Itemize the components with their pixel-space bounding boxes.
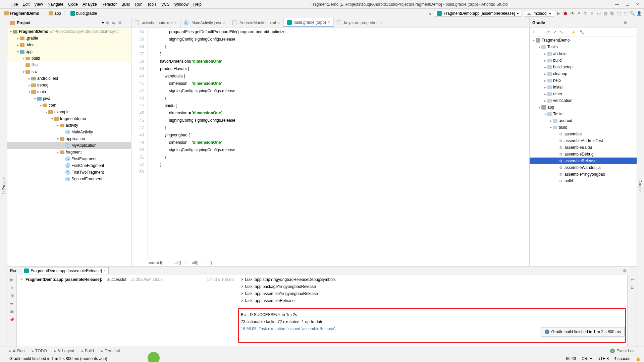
gradle-tree-row[interactable]: ▸cleanup [530, 70, 637, 77]
rerun-icon[interactable]: ▶ [10, 277, 13, 282]
stop-icon[interactable]: ■ [11, 285, 13, 290]
gradle-tree-row[interactable]: ▾Tasks [530, 44, 637, 50]
tree-row[interactable]: CMainActivity [7, 129, 131, 135]
gradle-tree-row[interactable]: ⚙assembleYingyongbao [530, 171, 637, 178]
menu-file[interactable]: File [9, 1, 20, 8]
scroll-icon[interactable]: ⇊ [631, 285, 634, 290]
tree-row[interactable]: libs [7, 62, 131, 68]
gradle-tree-row[interactable]: ▾Tasks [530, 111, 637, 117]
tree-row[interactable]: CFirstTwoFragment [7, 169, 131, 176]
status-item[interactable]: CRLF [582, 356, 592, 361]
editor-breadcrumb-item[interactable]: all{} [174, 260, 181, 265]
menu-navigate[interactable]: Navigate [46, 1, 65, 8]
editor-body[interactable]: 3435363738394041424344454647484950515253… [131, 27, 529, 259]
menu-analyze[interactable]: Analyze [80, 1, 99, 8]
layout-inspector-button[interactable]: ⬚ [616, 11, 621, 16]
menu-view[interactable]: View [32, 1, 45, 8]
wrench-icon[interactable]: 🔧 [579, 30, 584, 35]
bottom-tab[interactable]: ▸ Terminal [101, 349, 120, 353]
tree-row[interactable]: ▾java [7, 95, 131, 102]
bottom-tab[interactable]: ▸ TODO [32, 349, 47, 353]
gradle-tree-row[interactable]: ⚙assemble [530, 131, 637, 137]
locate-icon[interactable]: ⊕ [106, 20, 109, 25]
tree-row[interactable]: CFirstOneFragment [7, 162, 131, 169]
hide-icon[interactable]: — [124, 20, 128, 25]
event-log-tab[interactable]: Event Log [616, 349, 635, 353]
maximize-icon[interactable]: ☐ [626, 2, 629, 7]
gradle-tree-row[interactable]: ▸build [530, 57, 637, 64]
code-area[interactable]: proguardFiles getDefaultProguardFile('pr… [152, 27, 529, 259]
print-icon[interactable]: 🖶 [10, 309, 14, 314]
profile-button[interactable]: ◔ [570, 11, 574, 16]
tree-row[interactable]: ▾src [7, 68, 131, 75]
hide-icon[interactable]: — [630, 268, 634, 273]
gradle-tree-row[interactable]: ⚙assembleAndroidTest [530, 137, 637, 144]
tree-row[interactable]: ▾app [7, 48, 131, 55]
user-account[interactable]: ☁ imxiaoqi ▾ [524, 10, 554, 17]
tree-row[interactable]: ▾main [7, 88, 131, 95]
filter-icon[interactable]: ◎ [10, 293, 14, 298]
debug-button[interactable]: 🐞 [563, 11, 568, 16]
gradle-tree-row[interactable]: ⚙assembleWandoujia [530, 164, 637, 171]
editor-breadcrumb-item[interactable]: all{} [192, 260, 199, 265]
tree-row[interactable]: ▸debug [7, 82, 131, 88]
gradle-tree-row[interactable]: ▸android [530, 117, 637, 124]
breadcrumb-item[interactable]: build.gradle [69, 10, 98, 16]
gradle-tree[interactable]: ▾FragmentDemo▾Tasks▸android▸build▸build … [530, 37, 637, 266]
offline-icon[interactable]: ⚡ [571, 30, 576, 35]
status-item[interactable]: UTF-8 [597, 356, 609, 361]
gutter-tab[interactable]: Gradle [637, 178, 643, 194]
refresh-icon[interactable]: ⟳ [546, 30, 550, 35]
tree-row[interactable]: ▾example [7, 109, 131, 115]
gear-icon[interactable]: ⚙ [118, 20, 122, 25]
editor-tab[interactable]: CMainActivity.java× [180, 18, 229, 27]
gradle-tree-row[interactable]: ⚙assembleRelease [530, 158, 637, 164]
gradle-tree-row[interactable]: ⚙assembleDebug [530, 151, 637, 158]
close-icon[interactable]: ✕ [636, 2, 639, 7]
editor-tab[interactable]: AndroidManifest.xml× [229, 18, 284, 27]
gradle-tree-row[interactable]: ▸install [530, 84, 637, 90]
collapse-icon[interactable]: ⇆ [112, 20, 115, 25]
gradle-tree-row[interactable]: ▾app [530, 104, 637, 111]
sdk-button[interactable]: ▥ [603, 11, 608, 16]
menu-refactor[interactable]: Refactor [100, 1, 119, 8]
editor-tab[interactable]: build.gradle (:app)× [284, 18, 334, 27]
lock-icon[interactable]: 🔒 [636, 356, 641, 361]
add-icon[interactable]: ＋ [532, 29, 536, 35]
close-icon[interactable]: × [103, 268, 106, 273]
tree-root[interactable]: ▾FragmentDemo E:\Projects\zouqi\AndroidS… [7, 28, 131, 35]
tree-row[interactable]: CFirstFragment [7, 156, 131, 162]
run-button[interactable]: ▶ [556, 11, 561, 16]
stop-button[interactable]: ■ [590, 11, 594, 16]
gradle-tree-row[interactable]: ▸android [530, 50, 637, 57]
menu-run[interactable]: Run [133, 1, 145, 8]
bottom-tab[interactable]: ▸ Build [82, 349, 94, 353]
tree-row[interactable]: CMyApplication [7, 142, 131, 149]
hammer-icon[interactable]: ↘ [427, 11, 432, 16]
editor-breadcrumb-item[interactable]: {} [209, 260, 212, 265]
editor-breadcrumb-item[interactable]: android{} [148, 260, 164, 265]
bottom-tab[interactable]: ▸ 4: Run [9, 349, 24, 353]
tree-row[interactable]: ▸.gradle [7, 35, 131, 42]
editor-tab[interactable]: activity_main.xml× [131, 18, 180, 27]
build-notification[interactable]: i Gradle build finished in 1 m 2 s 800 m… [541, 327, 625, 337]
minimize-icon[interactable]: — [615, 2, 619, 7]
tree-row[interactable]: ▾application [7, 135, 131, 142]
expand-icon[interactable]: ⤢ [553, 30, 556, 35]
gradle-tree-row[interactable]: ⚙build [530, 178, 637, 184]
tree-row[interactable]: ▾fragmentdemo [7, 115, 131, 122]
breadcrumb-item[interactable]: app [47, 10, 62, 16]
remove-icon[interactable]: － [539, 29, 543, 35]
editor-tab[interactable]: keystore.properties× [334, 18, 386, 27]
menu-edit[interactable]: Edit [20, 1, 32, 8]
tree-row[interactable]: ▸.idea [7, 42, 131, 48]
sync-button[interactable]: 🐘 [610, 11, 614, 16]
gradle-tree-row[interactable]: ⚙assembleBaidu [530, 144, 637, 151]
run-tree[interactable]: ✔ FragmentDemo:app [assembleRelease]: su… [17, 275, 238, 347]
gutter-tab[interactable]: 1: Project [1, 175, 7, 196]
tree-row[interactable]: ▾fragment [7, 149, 131, 156]
avd-button[interactable]: ▭ [596, 11, 601, 16]
gradle-tree-row[interactable]: ▸verification [530, 97, 637, 104]
wrap-icon[interactable]: ↩ [631, 277, 634, 282]
gradle-tree-row[interactable]: ▸build setup [530, 64, 637, 70]
